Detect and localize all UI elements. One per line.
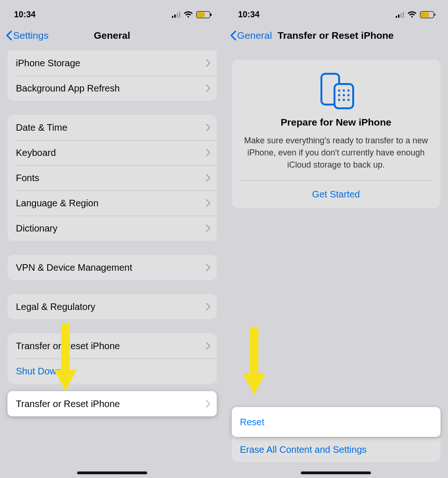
- chevron-right-icon: [206, 59, 210, 67]
- wifi-icon: [184, 11, 193, 18]
- chevron-left-icon: [230, 30, 236, 41]
- battery-charging-icon: ⚡: [420, 11, 434, 18]
- svg-point-2: [338, 90, 341, 92]
- svg-point-4: [348, 90, 350, 92]
- row-date-time[interactable]: Date & Time: [7, 115, 217, 140]
- chevron-right-icon: [206, 264, 210, 271]
- chevron-right-icon: [206, 303, 210, 310]
- group-storage: iPhone Storage Background App Refresh: [7, 50, 217, 101]
- row-dictionary[interactable]: Dictionary: [7, 216, 217, 241]
- wifi-icon: [407, 11, 417, 18]
- annotation-arrow-icon: [240, 327, 268, 397]
- row-transfer-or-reset[interactable]: Transfer or Reset iPhone: [7, 391, 217, 416]
- group-general: Date & Time Keyboard Fonts Language & Re…: [7, 115, 217, 241]
- home-indicator[interactable]: [77, 471, 147, 474]
- card-title: Prepare for New iPhone: [240, 117, 433, 128]
- status-bar: 10:34 ⚡: [224, 0, 448, 24]
- group-legal: Legal & Regulatory: [7, 294, 217, 319]
- svg-point-5: [338, 94, 341, 97]
- back-button[interactable]: General: [227, 30, 275, 41]
- chevron-right-icon: [206, 199, 210, 207]
- row-transfer-or-reset-placeholder[interactable]: Transfer or Reset iPhone: [7, 333, 217, 358]
- status-time: 10:34: [238, 10, 260, 20]
- battery-charging-icon: ⚡: [196, 11, 210, 18]
- row-erase-all[interactable]: Erase All Content and Settings: [232, 437, 441, 462]
- prepare-card: Prepare for New iPhone Make sure everyth…: [232, 60, 441, 208]
- svg-point-8: [338, 99, 341, 101]
- row-language-region[interactable]: Language & Region: [7, 190, 217, 216]
- svg-point-7: [348, 94, 350, 97]
- cellular-icon: [172, 12, 180, 18]
- status-time: 10:34: [14, 10, 36, 20]
- row-keyboard[interactable]: Keyboard: [7, 140, 217, 165]
- get-started-button[interactable]: Get Started: [240, 181, 433, 208]
- svg-point-10: [348, 99, 350, 101]
- row-background-app-refresh[interactable]: Background App Refresh: [7, 76, 217, 101]
- row-reset[interactable]: Reset: [232, 407, 441, 437]
- screen-transfer-or-reset: 10:34 ⚡ General Transfer or Reset iPhone: [224, 0, 448, 478]
- screen-general: 10:34 ⚡ Settings General iPhone Storage …: [0, 0, 224, 478]
- back-label: General: [237, 30, 272, 41]
- page-title: Transfer or Reset iPhone: [277, 30, 394, 41]
- svg-point-9: [343, 99, 345, 101]
- chevron-left-icon: [6, 30, 12, 41]
- row-shut-down[interactable]: Shut Down: [7, 358, 217, 384]
- chevron-right-icon: [206, 400, 210, 408]
- chevron-right-icon: [206, 342, 210, 350]
- row-iphone-storage[interactable]: iPhone Storage: [7, 50, 217, 76]
- devices-icon: [240, 72, 433, 110]
- cellular-icon: [396, 12, 404, 18]
- row-legal-regulatory[interactable]: Legal & Regulatory: [7, 294, 217, 319]
- svg-point-6: [343, 94, 345, 97]
- nav-bar: Settings General: [0, 24, 224, 47]
- back-label: Settings: [13, 30, 49, 41]
- group-reset: Transfer or Reset iPhone Shut Down: [7, 333, 217, 384]
- card-body: Make sure everything's ready to transfer…: [240, 134, 433, 180]
- group-vpn: VPN & Device Management: [7, 255, 217, 280]
- chevron-right-icon: [206, 174, 210, 182]
- chevron-right-icon: [206, 84, 210, 92]
- status-right: ⚡: [396, 11, 434, 18]
- row-vpn-device-management[interactable]: VPN & Device Management: [7, 255, 217, 280]
- home-indicator[interactable]: [301, 471, 371, 474]
- nav-bar: General Transfer or Reset iPhone: [224, 24, 448, 47]
- status-bar: 10:34 ⚡: [0, 0, 224, 24]
- settings-list[interactable]: iPhone Storage Background App Refresh Da…: [0, 50, 224, 384]
- status-right: ⚡: [172, 11, 210, 18]
- chevron-right-icon: [206, 149, 210, 156]
- row-fonts[interactable]: Fonts: [7, 165, 217, 190]
- chevron-right-icon: [206, 124, 210, 131]
- back-button[interactable]: Settings: [3, 30, 51, 41]
- svg-point-3: [343, 90, 345, 92]
- chevron-right-icon: [206, 225, 210, 232]
